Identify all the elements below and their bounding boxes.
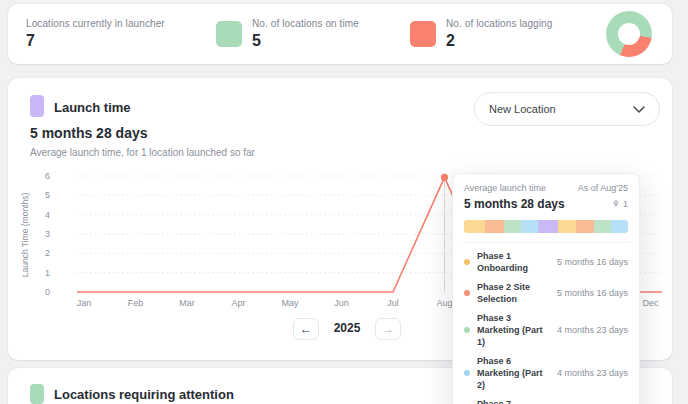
launch-time-section-icon [30, 95, 44, 117]
phase-bar-segment [485, 220, 504, 233]
phase-bar-segment [521, 220, 538, 233]
phase-name: Phase 2 Site Selection [477, 281, 550, 305]
phase-list: Phase 1 Onboarding5 months 16 daysPhase … [464, 246, 628, 404]
stat-value: 5 [252, 32, 359, 50]
phase-color-dot [464, 370, 470, 376]
phase-name: Phase 3 Marketing (Part 1) [477, 312, 550, 348]
phase-color-dot [464, 327, 470, 333]
phase-row: Phase 7 Preparing to Open (Part 2)4 mont… [464, 394, 628, 404]
phase-duration: 4 months 23 days [557, 325, 628, 335]
chart-year-label: 2025 [319, 321, 375, 335]
on-time-vs-lagging-donut-chart [606, 11, 652, 57]
tooltip-divider [462, 242, 630, 243]
stat-locations-on-time: No. of locations on time 5 [252, 18, 359, 50]
phase-name: Phase 1 Onboarding [477, 250, 550, 274]
phase-duration-stacked-bar [464, 220, 628, 233]
svg-text:4: 4 [45, 210, 50, 220]
phase-bar-segment [576, 220, 594, 233]
summary-stats-card: Locations currently in launcher 7 No. of… [8, 4, 672, 64]
launch-time-card-title: Launch time [54, 100, 131, 115]
svg-text:Mar: Mar [179, 298, 195, 308]
phase-row: Phase 3 Marketing (Part 1)4 months 23 da… [464, 308, 628, 351]
svg-text:2: 2 [45, 248, 50, 258]
next-year-button[interactable]: → [375, 318, 401, 340]
svg-text:0: 0 [45, 287, 50, 297]
stat-value: 2 [446, 32, 552, 50]
phase-bar-segment [504, 220, 521, 233]
map-pin-icon [612, 199, 620, 210]
phase-bar-segment [538, 220, 558, 233]
stat-value: 7 [26, 32, 165, 50]
phase-bar-segment [558, 220, 576, 233]
phase-row: Phase 6 Marketing (Part 2)4 months 23 da… [464, 351, 628, 394]
phase-name: Phase 7 Preparing to Open (Part 2) [477, 398, 550, 404]
phase-name: Phase 6 Marketing (Part 2) [477, 355, 550, 391]
chart-hover-tooltip: Average launch time As of Aug'25 5 month… [452, 173, 640, 404]
tooltip-location-count: 1 [612, 199, 628, 210]
svg-text:1: 1 [45, 268, 50, 278]
svg-text:May: May [281, 298, 299, 308]
stat-locations-in-launcher: Locations currently in launcher 7 [26, 18, 165, 50]
phase-row: Phase 1 Onboarding5 months 16 days [464, 246, 628, 277]
phase-duration: 5 months 16 days [557, 288, 628, 298]
on-time-legend-square [216, 21, 242, 47]
tooltip-headline: 5 months 28 days [464, 197, 565, 211]
dropdown-selected-value: New Location [489, 103, 556, 115]
phase-color-dot [464, 259, 470, 265]
svg-text:6: 6 [45, 171, 50, 181]
arrow-left-icon: ← [300, 322, 312, 336]
average-launch-time-headline: 5 months 28 days [30, 125, 148, 141]
phase-bar-segment [611, 220, 628, 233]
svg-text:Feb: Feb [128, 298, 144, 308]
phase-duration: 5 months 16 days [557, 257, 628, 267]
location-type-dropdown[interactable]: New Location [474, 92, 660, 126]
stat-label: No. of locations on time [252, 18, 359, 29]
svg-text:Launch Time (months): Launch Time (months) [20, 193, 30, 278]
svg-text:3: 3 [45, 229, 50, 239]
attention-card-title: Locations requiring attention [54, 387, 234, 402]
svg-text:Aug: Aug [436, 298, 452, 308]
svg-text:Jun: Jun [334, 298, 349, 308]
stat-label: Locations currently in launcher [26, 18, 165, 29]
tooltip-count-value: 1 [623, 199, 628, 209]
svg-text:Dec: Dec [642, 298, 659, 308]
phase-bar-segment [594, 220, 611, 233]
svg-text:Jul: Jul [387, 298, 399, 308]
average-launch-time-subtext: Average launch time, for 1 location laun… [30, 147, 255, 158]
phase-color-dot [464, 290, 470, 296]
arrow-right-icon: → [382, 322, 394, 336]
attention-section-icon [30, 384, 44, 404]
tooltip-title: Average launch time [464, 183, 546, 193]
lagging-legend-square [410, 21, 436, 47]
svg-text:Jan: Jan [77, 298, 92, 308]
svg-text:5: 5 [45, 190, 50, 200]
previous-year-button[interactable]: ← [293, 318, 319, 340]
chevron-down-icon [633, 103, 645, 115]
phase-row: Phase 2 Site Selection5 months 16 days [464, 277, 628, 308]
stat-label: No. of locations lagging [446, 18, 552, 29]
phase-bar-segment [464, 220, 485, 233]
svg-text:Apr: Apr [231, 298, 245, 308]
phase-duration: 4 months 23 days [557, 368, 628, 378]
stat-locations-lagging: No. of locations lagging 2 [446, 18, 552, 50]
tooltip-as-of-date: As of Aug'25 [578, 183, 628, 193]
